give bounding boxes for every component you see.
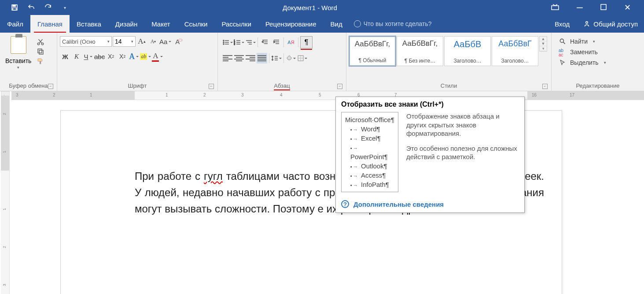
shrink-font-icon[interactable]: A▾ — [148, 36, 158, 47]
tab-insert[interactable]: Вставка — [70, 15, 108, 33]
tab-mailings[interactable]: Рассылки — [214, 15, 258, 33]
font-name-selector[interactable]: Calibri (Осно▾ — [60, 36, 112, 47]
tab-view[interactable]: Вид — [324, 15, 350, 33]
line-spacing-icon[interactable] — [271, 53, 282, 63]
style-card-2[interactable]: АаБбВЗаголово… — [444, 36, 491, 66]
svg-rect-9 — [38, 49, 42, 53]
copy-icon[interactable] — [37, 48, 44, 55]
window-controls: — ✕ — [551, 3, 644, 12]
highlight-color-icon[interactable]: ab — [140, 51, 151, 62]
svg-point-14 — [223, 44, 224, 45]
svg-rect-2 — [13, 8, 16, 10]
ribbon-tabs: Файл Главная Вставка Дизайн Макет Ссылки… — [0, 15, 644, 33]
undo-icon[interactable] — [27, 4, 35, 11]
ribbon-options-icon[interactable] — [551, 4, 559, 11]
spelling-error[interactable]: гугл — [204, 170, 223, 182]
subscript-button[interactable]: X2 — [106, 51, 116, 62]
cut-icon[interactable] — [37, 38, 44, 45]
tab-review[interactable]: Рецензирование — [258, 15, 324, 33]
tooltip-show-marks: Отобразить все знаки (Ctrl+*) Microsoft·… — [335, 97, 525, 213]
increase-indent-icon[interactable] — [271, 37, 282, 48]
clipboard-launcher-icon[interactable]: ⌐ — [48, 84, 53, 89]
align-center-icon[interactable] — [234, 53, 244, 63]
group-styles-label: Стили⌐ — [349, 82, 548, 91]
italic-button[interactable]: К — [71, 51, 82, 62]
strikethrough-button[interactable]: abc — [94, 51, 105, 62]
tooltip-more-link[interactable]: ? Дополнительные сведения — [341, 197, 519, 208]
document-area: ∟ 32112345671617 211234 При работе с гуг… — [0, 91, 644, 294]
grow-font-icon[interactable]: A▴ — [136, 36, 147, 47]
svg-point-37 — [560, 39, 563, 42]
redo-icon[interactable] — [44, 4, 52, 11]
search-icon — [559, 38, 567, 45]
group-font-label: Шрифт⌐ — [60, 82, 215, 91]
cursor-icon — [559, 59, 567, 66]
group-clipboard: Вставить ▾ Буфер обмена⌐ — [0, 33, 57, 91]
numbering-icon[interactable]: 123 — [234, 37, 244, 48]
tab-home[interactable]: Главная — [30, 15, 70, 33]
replace-icon: abac — [559, 48, 567, 56]
share-button[interactable]: Общий доступ — [577, 15, 644, 33]
group-font: Calibri (Осно▾ 14▾ A▴ A▾ Aa A⬭ Ж К Ч abc… — [57, 33, 218, 91]
tab-references[interactable]: Ссылки — [177, 15, 215, 33]
save-icon[interactable] — [11, 4, 18, 11]
bullets-icon[interactable] — [222, 37, 233, 48]
tab-design[interactable]: Дизайн — [108, 15, 144, 33]
title-bar: ▾ Документ1 - Word — ✕ — [0, 0, 644, 15]
tab-layout[interactable]: Макет — [144, 15, 177, 33]
style-card-0[interactable]: АаБбВвГг,¶ Обычный — [349, 36, 396, 66]
multilevel-list-icon[interactable] — [245, 37, 256, 48]
svg-point-5 — [586, 22, 588, 24]
shading-icon[interactable] — [286, 53, 296, 63]
quick-access-toolbar: ▾ — [0, 4, 69, 11]
maximize-icon[interactable] — [600, 4, 607, 11]
change-case-icon[interactable]: Aa — [159, 36, 171, 47]
superscript-button[interactable]: X2 — [117, 51, 128, 62]
share-label: Общий доступ — [593, 20, 638, 28]
bold-button[interactable]: Ж — [60, 51, 70, 62]
group-clipboard-label: Буфер обмена⌐ — [3, 82, 54, 91]
decrease-indent-icon[interactable] — [260, 37, 270, 48]
sort-icon[interactable]: АЯ — [286, 37, 296, 48]
group-paragraph: 123 АЯ ¶ Абзац⌐ — [218, 33, 346, 91]
clear-formatting-icon[interactable]: A⬭ — [172, 36, 183, 47]
align-left-icon[interactable] — [222, 53, 233, 63]
sign-in-link[interactable]: Вход — [548, 15, 577, 33]
tab-file[interactable]: Файл — [0, 15, 30, 33]
font-size-selector[interactable]: 14▾ — [113, 36, 136, 47]
horizontal-ruler[interactable]: 32112345671617 — [11, 91, 644, 100]
vertical-ruler[interactable]: 211234 — [1, 96, 10, 294]
show-hide-marks-button[interactable]: ¶ — [300, 36, 313, 48]
tooltip-title: Отобразить все знаки (Ctrl+*) — [341, 100, 519, 108]
tell-me-search[interactable]: Что вы хотите сделать? — [354, 15, 432, 33]
styles-launcher-icon[interactable]: ⌐ — [542, 84, 548, 89]
svg-rect-8 — [39, 50, 43, 54]
text-effects-icon[interactable]: A — [129, 51, 139, 62]
svg-point-12 — [223, 42, 224, 43]
style-card-3[interactable]: АаБбВвГЗаголово… — [492, 36, 538, 66]
select-button[interactable]: Выделить▾ — [559, 59, 606, 66]
find-button[interactable]: Найти▾ — [559, 38, 606, 45]
font-color-icon[interactable]: A — [152, 51, 163, 62]
group-editing-label: Редактирование — [554, 82, 641, 91]
close-icon[interactable]: ✕ — [624, 3, 631, 12]
format-painter-icon[interactable] — [37, 57, 44, 64]
svg-rect-3 — [552, 6, 559, 10]
underline-button[interactable]: Ч — [83, 51, 93, 62]
align-right-icon[interactable] — [245, 53, 256, 63]
svg-point-10 — [223, 40, 224, 41]
svg-line-38 — [563, 42, 565, 44]
align-justify-icon[interactable] — [257, 53, 267, 63]
group-paragraph-label: Абзац⌐ — [221, 82, 343, 91]
styles-scroll[interactable]: ▲▼▾ — [539, 36, 547, 52]
borders-icon[interactable] — [297, 53, 308, 63]
font-launcher-icon[interactable]: ⌐ — [209, 84, 214, 89]
style-card-1[interactable]: АаБбВвГг,¶ Без инте… — [397, 36, 443, 66]
replace-button[interactable]: abac Заменить — [559, 48, 606, 56]
minimize-icon[interactable]: — — [577, 4, 583, 11]
paste-button[interactable]: Вставить ▾ — [3, 36, 34, 70]
paragraph-launcher-icon[interactable]: ⌐ — [337, 84, 342, 89]
group-styles: АаБбВвГг,¶ ОбычныйАаБбВвГг,¶ Без инте…Аа… — [346, 33, 552, 91]
qat-more-icon[interactable]: ▾ — [61, 4, 69, 11]
tell-me-placeholder: Что вы хотите сделать? — [364, 20, 432, 27]
